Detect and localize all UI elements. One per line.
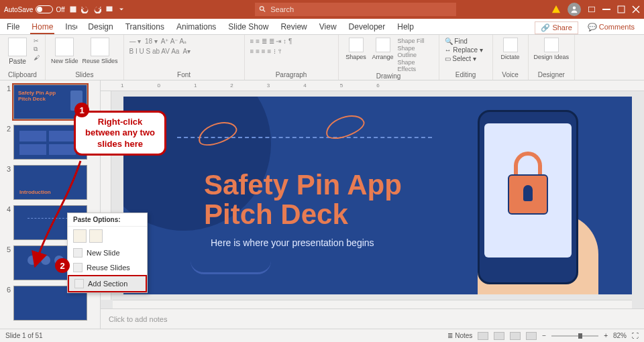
view-normal-button[interactable] (478, 332, 488, 340)
autosave-state: Off (56, 6, 64, 13)
paragraph-row-1[interactable]: ≡ ≡ ≣ ≣ ⇥ ↕ ¶ (250, 38, 333, 45)
zoom-out-button[interactable]: − (542, 332, 546, 339)
thumbnail-number: 5 (3, 245, 11, 253)
tab-view[interactable]: View (318, 19, 338, 34)
zoom-level[interactable]: 82% (613, 332, 627, 339)
group-font: — ▾ 18 ▾ A⁺ A⁻ Aₐ B I U S ab AV Aa A▾ Fo… (124, 35, 245, 80)
minimize-icon[interactable] (602, 9, 610, 10)
slide-counter[interactable]: Slide 1 of 51 (5, 332, 43, 339)
autosave-pill[interactable] (36, 5, 53, 13)
ribbon-options-icon[interactable] (588, 5, 596, 13)
group-label-editing: Editing (445, 71, 487, 80)
redo-icon[interactable] (93, 5, 101, 13)
paste-button[interactable]: Paste (5, 38, 30, 65)
share-button[interactable]: 🔗 Share (535, 21, 578, 34)
tab-developer[interactable]: Developer (347, 19, 387, 34)
canvas-wrap: Safety Pin App Pitch Deck Here is where … (101, 91, 644, 300)
safety-pin-icon (323, 111, 368, 144)
find-button[interactable]: 🔍 Find (445, 38, 487, 45)
slide-canvas[interactable]: Safety Pin App Pitch Deck Here is where … (123, 97, 632, 294)
undo-icon[interactable] (81, 5, 89, 13)
tab-slideshow[interactable]: Slide Show (227, 19, 270, 34)
thumbnail-number: 3 (3, 165, 11, 173)
decorative-squiggle (191, 261, 271, 274)
context-add-section[interactable]: Add Section (68, 275, 147, 292)
replace-button[interactable]: ↔ Replace ▾ (445, 46, 487, 54)
context-new-slide[interactable]: New Slide (68, 245, 147, 260)
svg-point-4 (573, 7, 576, 10)
shape-fill-button[interactable]: Shape Fill (398, 38, 433, 44)
account-avatar[interactable] (568, 3, 581, 16)
context-reuse-slides[interactable]: Reuse Slides (68, 260, 147, 275)
ruler-horizontal[interactable]: 1 0 1 2 3 4 5 6 (101, 80, 644, 91)
close-icon[interactable] (632, 5, 640, 13)
warning-icon[interactable] (551, 5, 561, 14)
arrange-button[interactable]: Arrange (371, 38, 395, 60)
view-sorter-button[interactable] (494, 332, 504, 340)
tab-insert[interactable]: Insert (64, 19, 77, 34)
maximize-icon[interactable] (617, 5, 625, 13)
shape-outline-button[interactable]: Shape Outline (398, 45, 433, 58)
group-label-slides: Slides (51, 71, 118, 80)
add-section-icon (74, 279, 84, 288)
font-row-1[interactable]: — ▾ 18 ▾ A⁺ A⁻ Aₐ (129, 38, 239, 45)
group-label-font: Font (129, 71, 239, 80)
zoom-slider[interactable] (551, 335, 598, 337)
svg-rect-1 (106, 7, 112, 12)
group-label-designer: Designer (534, 71, 570, 80)
format-painter-icon[interactable]: 🖌 (34, 54, 40, 61)
search-input[interactable] (270, 5, 452, 13)
zoom-in-button[interactable]: + (604, 332, 608, 339)
title-bar: AutoSave Off Safety… (0, 0, 644, 19)
design-ideas-button[interactable]: Design Ideas (534, 38, 570, 60)
autosave-label: AutoSave (4, 6, 33, 13)
annotation-marker-2: 2 (55, 258, 70, 273)
copy-icon[interactable]: ⧉ (34, 46, 40, 53)
slide-subtitle[interactable]: Here is where your presentation begins (211, 237, 374, 248)
reuse-slides-button[interactable]: Reuse Slides (83, 38, 118, 64)
view-reading-button[interactable] (510, 332, 521, 340)
tab-transitions[interactable]: Transitions (124, 19, 166, 34)
tab-review[interactable]: Review (279, 19, 308, 34)
slide-thumbnail-3[interactable]: Introduction (13, 165, 87, 200)
tab-design[interactable]: Design (87, 19, 114, 34)
svg-point-2 (260, 7, 264, 11)
slide-title[interactable]: Safety Pin App Pitch Deck (204, 170, 402, 229)
tab-file[interactable]: File (5, 19, 21, 34)
start-from-beginning-icon[interactable] (105, 5, 113, 13)
paragraph-row-2[interactable]: ≡ ≡ ≡ ≡ ⫶ ⫯ (250, 48, 333, 55)
qat-more-icon[interactable] (117, 5, 125, 13)
quick-access-toolbar: AutoSave Off (4, 5, 125, 13)
lock-icon (504, 164, 551, 217)
thumbnail-number: 2 (3, 125, 11, 133)
group-label-voice: Voice (498, 71, 523, 80)
paste-option-destination-theme[interactable] (73, 229, 87, 243)
thumbnail-number: 4 (3, 205, 11, 213)
slide-editor: 1 0 1 2 3 4 5 6 Safety Pin App Pitch Dec… (101, 80, 644, 329)
fit-to-window-button[interactable]: ⛶ (632, 332, 639, 339)
paste-option-picture[interactable] (89, 229, 103, 243)
group-designer: Design Ideas Designer (529, 35, 576, 80)
view-slideshow-button[interactable] (526, 332, 537, 340)
notes-pane[interactable]: Click to add notes (101, 308, 644, 329)
search-box[interactable] (255, 3, 456, 16)
scrollbar-horizontal[interactable] (113, 300, 632, 308)
comments-button[interactable]: 💬 Comments (584, 21, 639, 34)
autosave-toggle[interactable]: AutoSave Off (4, 5, 65, 13)
new-slide-icon (73, 248, 83, 258)
tab-help[interactable]: Help (396, 19, 415, 34)
annotation-callout: Right-click between any two slides here (74, 111, 166, 156)
select-button[interactable]: ▭ Select ▾ (445, 55, 487, 62)
shapes-button[interactable]: Shapes (344, 38, 368, 60)
dictate-button[interactable]: Dictate (498, 38, 523, 60)
group-label-clipboard: Clipboard (5, 71, 40, 80)
shape-effects-button[interactable]: Shape Effects (398, 59, 433, 72)
thumbnail-row[interactable]: 3 Introduction (3, 165, 97, 200)
font-row-2[interactable]: B I U S ab AV Aa A▾ (129, 48, 239, 55)
notes-toggle[interactable]: ≣ Notes (447, 332, 472, 339)
cut-icon[interactable]: ✂ (34, 38, 40, 44)
save-icon[interactable] (69, 5, 77, 13)
tab-animations[interactable]: Animations (175, 19, 217, 34)
tab-home[interactable]: Home (30, 19, 54, 34)
new-slide-button[interactable]: New Slide (51, 38, 78, 64)
